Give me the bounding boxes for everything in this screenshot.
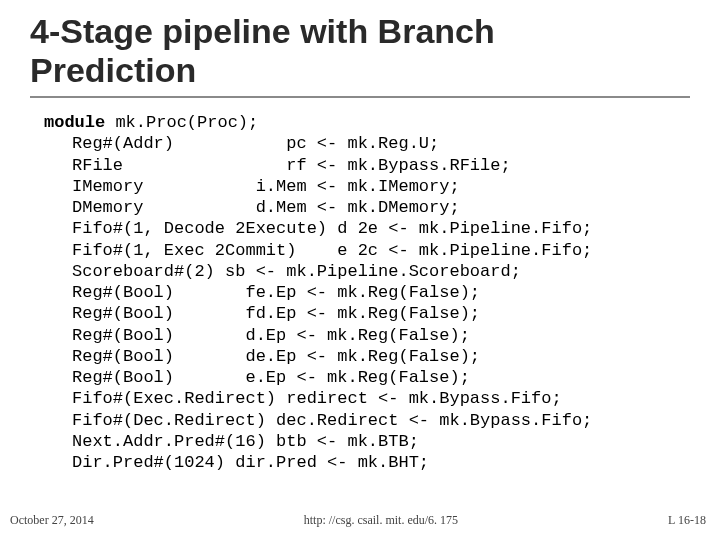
slide-footer: October 27, 2014 http: //csg. csail. mit… — [0, 513, 720, 528]
footer-url: http: //csg. csail. mit. edu/6. 175 — [94, 513, 668, 528]
code-line-8: Reg#(Bool) fe.Ep <- mk.Reg(False); — [44, 282, 480, 303]
title-underline — [30, 96, 690, 98]
code-line-15: Next.Addr.Pred#(16) btb <- mk.BTB; — [44, 431, 419, 452]
code-line-3: IMemory i.Mem <- mk.IMemory; — [44, 176, 460, 197]
code-line-11: Reg#(Bool) de.Ep <- mk.Reg(False); — [44, 346, 480, 367]
title-line-2: Prediction — [30, 51, 196, 89]
code-line-12: Reg#(Bool) e.Ep <- mk.Reg(False); — [44, 367, 470, 388]
code-line-7: Scoreboard#(2) sb <- mk.Pipeline.Scorebo… — [44, 261, 521, 282]
slide-title: 4-Stage pipeline with Branch Prediction — [30, 12, 690, 92]
code-line-0-rest: mk.Proc(Proc); — [105, 113, 258, 132]
keyword-module: module — [44, 113, 105, 132]
code-block: module mk.Proc(Proc); Reg#(Addr) pc <- m… — [30, 112, 690, 473]
code-line-13: Fifo#(Exec.Redirect) redirect <- mk.Bypa… — [44, 388, 562, 409]
code-line-6: Fifo#(1, Exec 2Commit) e 2c <- mk.Pipeli… — [44, 240, 592, 261]
title-line-1: 4-Stage pipeline with Branch — [30, 12, 495, 50]
code-line-5: Fifo#(1, Decode 2Execute) d 2e <- mk.Pip… — [44, 218, 592, 239]
code-line-10: Reg#(Bool) d.Ep <- mk.Reg(False); — [44, 325, 470, 346]
code-line-1: Reg#(Addr) pc <- mk.Reg.U; — [44, 133, 439, 154]
code-line-2: RFile rf <- mk.Bypass.RFile; — [44, 155, 511, 176]
code-line-14: Fifo#(Dec.Redirect) dec.Redirect <- mk.B… — [44, 410, 592, 431]
footer-page: L 16-18 — [668, 513, 712, 528]
code-line-16: Dir.Pred#(1024) dir.Pred <- mk.BHT; — [44, 452, 429, 473]
footer-date: October 27, 2014 — [8, 513, 94, 528]
slide: 4-Stage pipeline with Branch Prediction … — [0, 0, 720, 540]
code-line-4: DMemory d.Mem <- mk.DMemory; — [44, 197, 460, 218]
code-line-9: Reg#(Bool) fd.Ep <- mk.Reg(False); — [44, 303, 480, 324]
